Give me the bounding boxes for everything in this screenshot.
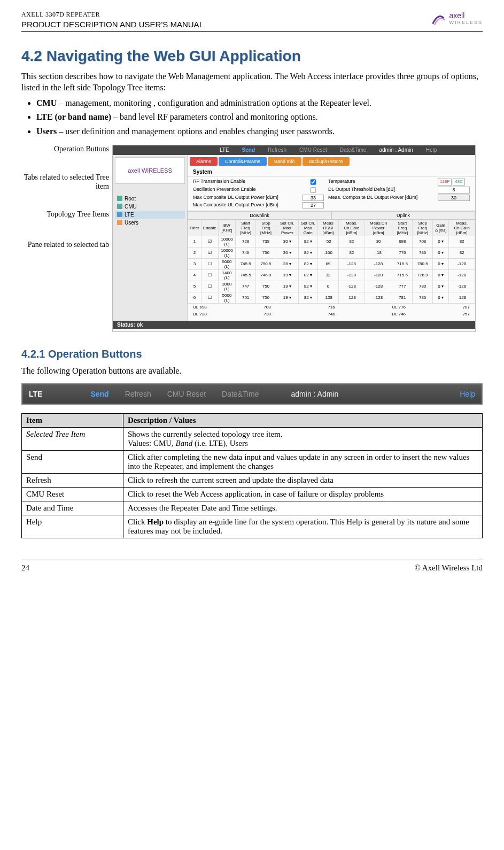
table-cell: 5000 (L) — [218, 292, 236, 303]
table-cell: -52 — [317, 236, 338, 247]
opbar-help[interactable]: Help — [460, 390, 475, 398]
product-line: AXELL 3307D REPEATER — [21, 11, 204, 19]
tree-lte[interactable]: LTE — [115, 211, 185, 219]
chk-rf-enable[interactable] — [305, 179, 322, 184]
desc-cell: Click Help to display an e-guide line fo… — [123, 515, 483, 538]
val-dl-delta[interactable]: 8 — [438, 187, 470, 194]
tab-band-info[interactable]: Band Info — [268, 157, 301, 166]
table-cell: -128 — [317, 292, 338, 303]
desc-tbody: Selected Tree ItemShows the currently se… — [22, 427, 483, 538]
lbl-max-ul: Max Composite UL Output Power [dBm] — [193, 202, 298, 208]
table-cell: 777 — [392, 281, 413, 292]
ch-header-cell: Set Ch. Max Gain — [298, 220, 317, 236]
table-row: 3☐5000 (L)745.5750.528 ▾82 ▾69-128-12871… — [188, 258, 475, 269]
shot-topbar: LTE Send Refresh CMU Reset Date&Time adm… — [113, 145, 475, 155]
item-cell: CMU Reset — [22, 487, 123, 501]
opbar-cmu-reset[interactable]: CMU Reset — [167, 390, 206, 398]
shot-main: Alarms Control&Params Band Info Backup/R… — [188, 155, 475, 321]
ch-header-cell: Meas. Ch.Gain [dBm] — [338, 220, 365, 236]
shot-tabs: Alarms Control&Params Band Info Backup/R… — [188, 155, 475, 168]
table-cell: -128 — [365, 281, 392, 292]
table-cell: ☐ — [201, 269, 218, 281]
table-cell: 0 — [317, 281, 338, 292]
table-cell: 1 — [188, 236, 201, 247]
tab-control-params[interactable]: Control&Params — [219, 157, 267, 166]
ch-header-cell: Stop Freq [MHz] — [413, 220, 433, 236]
ch-body: 1☑10000 (L)72873830 ▾82 ▾-5282306987080 … — [188, 236, 475, 303]
table-cell: 19 ▾ — [276, 269, 298, 281]
table-cell: -128 — [365, 292, 392, 303]
val-max-dl[interactable]: 33 — [303, 195, 324, 201]
ch-header-cell: Stop Freq [MHz] — [256, 220, 276, 236]
table-cell: 82 — [338, 247, 365, 258]
lbl-osc-prevent: Oscillation Prevention Enable — [193, 187, 298, 194]
table-cell: 745.5 — [236, 258, 256, 269]
table-cell: -128 — [338, 292, 365, 303]
tree-root[interactable]: Root — [115, 195, 185, 203]
table-cell: 3000 (L) — [218, 281, 236, 292]
opbar-datetime[interactable]: Date&Time — [222, 390, 259, 398]
table-cell: 82 ▾ — [298, 281, 317, 292]
table-cell: 69 — [317, 258, 338, 269]
table-cell: 3 — [188, 258, 201, 269]
tree-users[interactable]: Users — [115, 219, 185, 227]
shot-help[interactable]: Help — [426, 147, 437, 153]
table-cell: 776 — [392, 247, 413, 258]
table-cell: ☐ — [201, 281, 218, 292]
annot-tabs: Tabs related to selected Tree item — [21, 173, 109, 191]
table-cell: 82 — [449, 236, 475, 247]
table-cell: 781 — [392, 292, 413, 303]
annotated-screenshot: Operation Buttons Tabs related to select… — [21, 145, 483, 332]
shot-cmu-reset[interactable]: CMU Reset — [299, 147, 327, 153]
table-cell: 708 — [413, 236, 433, 247]
users-icon — [117, 220, 122, 225]
table-cell: 715.5 — [392, 258, 413, 269]
table-row: 1☑10000 (L)72873830 ▾82 ▾-5282306987080 … — [188, 236, 475, 247]
page-footer: 24 © Axell Wireless Ltd — [21, 560, 483, 573]
table-cell: ☐ — [201, 258, 218, 269]
table-cell: -128 — [449, 292, 475, 303]
freq-row-ul: UL:698 708 716 UL:776 787 — [188, 304, 475, 311]
logo-text: axell WIRELESS — [449, 11, 483, 25]
tree-cmu[interactable]: CMU — [115, 203, 185, 211]
table-cell: 32 — [317, 269, 338, 281]
table-cell: 19 ▾ — [276, 281, 298, 292]
node-icon — [117, 212, 122, 217]
table-row: CMU ResetClick to reset the Web Access a… — [22, 487, 483, 501]
table-cell: 728 — [236, 236, 256, 247]
table-cell: 30 ▾ — [276, 236, 298, 247]
table-cell: 6 — [188, 292, 201, 303]
page-number: 24 — [21, 563, 29, 573]
table-cell: -18 — [365, 247, 392, 258]
tab-alarms[interactable]: Alarms — [190, 157, 218, 166]
table-cell: 82 ▾ — [298, 247, 317, 258]
val-max-ul[interactable]: 27 — [303, 202, 324, 208]
ch-header-cell: Meas.Ch Power [dBm] — [365, 220, 392, 236]
item-cell: Send — [22, 450, 123, 473]
opbar-lte: LTE — [29, 390, 42, 398]
table-row: 4☐1400 (L)745.5746.919 ▾82 ▾32-128-12871… — [188, 269, 475, 281]
section-heading: 4.2 Navigating the Web GUI Application — [21, 48, 483, 65]
table-row: 6☐5000 (L)75175619 ▾82 ▾-128-128-1287817… — [188, 292, 475, 303]
description-table: Item Description / Values Selected Tree … — [21, 413, 483, 538]
shot-refresh[interactable]: Refresh — [268, 147, 286, 153]
table-cell: 756 — [256, 292, 276, 303]
bullet-item: CMU – management, monitoring , configura… — [36, 98, 483, 109]
table-cell: 82 — [449, 247, 475, 258]
axell-logo: axell WIRELESS — [431, 11, 483, 26]
table-cell: ☑ — [201, 236, 218, 247]
tab-backup-restore[interactable]: Backup/Restore — [303, 157, 350, 166]
opbar-send[interactable]: Send — [90, 390, 108, 398]
table-cell: 1400 (L) — [218, 269, 236, 281]
opbar-refresh[interactable]: Refresh — [125, 390, 151, 398]
table-cell: 780 — [413, 281, 433, 292]
table-cell: 19 ▾ — [276, 292, 298, 303]
page-header: AXELL 3307D REPEATER PRODUCT DESCRIPTION… — [21, 11, 483, 29]
shot-datetime[interactable]: Date&Time — [340, 147, 367, 153]
table-row: SendClick after completing the new data … — [22, 450, 483, 473]
shot-tree: Root CMU LTE Users — [115, 195, 185, 227]
shot-send[interactable]: Send — [242, 147, 255, 153]
chk-osc-prevent[interactable] — [305, 187, 322, 192]
table-cell: 82 ▾ — [298, 236, 317, 247]
operation-bar-figure: LTE Send Refresh CMU Reset Date&Time adm… — [21, 383, 483, 405]
